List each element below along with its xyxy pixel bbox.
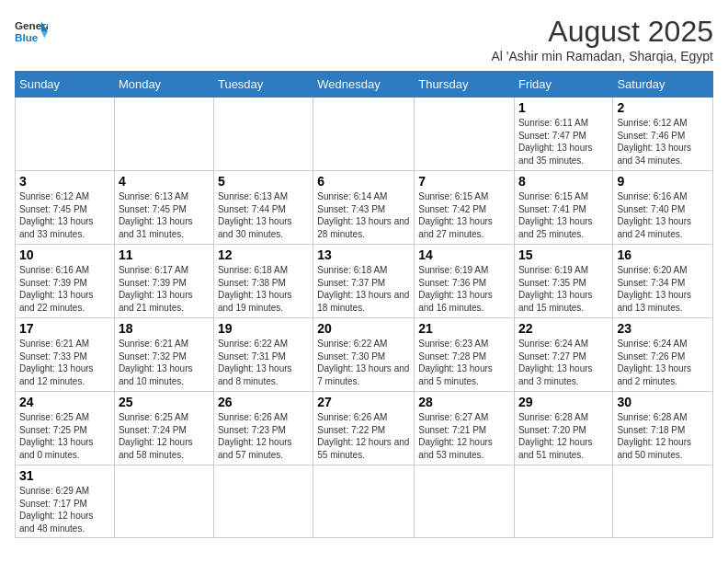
day-number: 27 [317, 395, 410, 409]
day-number: 12 [218, 247, 309, 262]
day-number: 13 [317, 247, 410, 262]
week-row-3: 17Sunrise: 6:21 AMSunset: 7:33 PMDayligh… [16, 318, 713, 392]
day-info: Sunrise: 6:28 AMSunset: 7:18 PMDaylight:… [617, 411, 709, 461]
day-info: Sunrise: 6:15 AMSunset: 7:41 PMDaylight:… [518, 190, 609, 240]
day-info: Sunrise: 6:18 AMSunset: 7:38 PMDaylight:… [218, 264, 309, 314]
day-number: 5 [218, 174, 309, 189]
day-number: 20 [317, 321, 410, 336]
day-number: 1 [518, 100, 609, 115]
day-cell [514, 465, 612, 538]
day-info: Sunrise: 6:12 AMSunset: 7:46 PMDaylight:… [617, 117, 709, 167]
day-cell: 18Sunrise: 6:21 AMSunset: 7:32 PMDayligh… [114, 318, 213, 392]
day-number: 26 [218, 395, 309, 409]
day-number: 25 [119, 395, 210, 409]
day-number: 31 [19, 468, 110, 483]
day-cell: 20Sunrise: 6:22 AMSunset: 7:30 PMDayligh… [313, 318, 415, 392]
day-info: Sunrise: 6:17 AMSunset: 7:39 PMDaylight:… [119, 264, 210, 314]
day-info: Sunrise: 6:14 AMSunset: 7:43 PMDaylight:… [317, 190, 410, 240]
day-cell [313, 465, 415, 538]
day-info: Sunrise: 6:11 AMSunset: 7:47 PMDaylight:… [518, 117, 609, 167]
day-cell: 29Sunrise: 6:28 AMSunset: 7:20 PMDayligh… [514, 392, 612, 465]
day-cell: 14Sunrise: 6:19 AMSunset: 7:36 PMDayligh… [415, 245, 515, 318]
week-row-4: 24Sunrise: 6:25 AMSunset: 7:25 PMDayligh… [16, 392, 713, 465]
day-cell: 22Sunrise: 6:24 AMSunset: 7:27 PMDayligh… [514, 318, 612, 392]
day-info: Sunrise: 6:19 AMSunset: 7:36 PMDaylight:… [418, 264, 510, 314]
day-info: Sunrise: 6:26 AMSunset: 7:23 PMDaylight:… [218, 411, 309, 461]
day-info: Sunrise: 6:22 AMSunset: 7:30 PMDaylight:… [317, 338, 410, 387]
day-cell [213, 98, 313, 171]
day-info: Sunrise: 6:16 AMSunset: 7:40 PMDaylight:… [617, 190, 709, 240]
day-number: 24 [19, 395, 110, 409]
day-number: 3 [19, 174, 110, 189]
day-info: Sunrise: 6:21 AMSunset: 7:33 PMDaylight:… [19, 338, 110, 387]
day-cell [313, 98, 415, 171]
calendar-subtitle: Al 'Ashir min Ramadan, Sharqia, Egypt [491, 49, 713, 63]
day-number: 22 [518, 321, 609, 336]
day-number: 4 [119, 174, 210, 189]
weekday-header-saturday: Saturday [613, 72, 713, 98]
day-cell: 16Sunrise: 6:20 AMSunset: 7:34 PMDayligh… [613, 245, 713, 318]
day-number: 14 [418, 247, 510, 262]
day-number: 23 [617, 321, 709, 336]
weekday-header-friday: Friday [514, 72, 612, 98]
logo: General Blue [15, 15, 48, 48]
svg-marker-3 [41, 31, 48, 38]
day-info: Sunrise: 6:26 AMSunset: 7:22 PMDaylight:… [317, 411, 410, 461]
day-number: 29 [518, 395, 609, 409]
week-row-5: 31Sunrise: 6:29 AMSunset: 7:17 PMDayligh… [16, 465, 713, 538]
calendar-table: SundayMondayTuesdayWednesdayThursdayFrid… [15, 71, 713, 538]
day-info: Sunrise: 6:24 AMSunset: 7:27 PMDaylight:… [518, 338, 609, 387]
day-info: Sunrise: 6:13 AMSunset: 7:44 PMDaylight:… [218, 190, 309, 240]
weekday-header-wednesday: Wednesday [313, 72, 415, 98]
day-info: Sunrise: 6:25 AMSunset: 7:24 PMDaylight:… [119, 411, 210, 461]
calendar-title: August 2025 [491, 15, 713, 49]
day-number: 2 [617, 100, 709, 115]
day-cell: 5Sunrise: 6:13 AMSunset: 7:44 PMDaylight… [213, 171, 313, 245]
day-cell: 26Sunrise: 6:26 AMSunset: 7:23 PMDayligh… [213, 392, 313, 465]
day-info: Sunrise: 6:22 AMSunset: 7:31 PMDaylight:… [218, 338, 309, 387]
week-row-2: 10Sunrise: 6:16 AMSunset: 7:39 PMDayligh… [16, 245, 713, 318]
weekday-header-thursday: Thursday [415, 72, 515, 98]
day-cell: 10Sunrise: 6:16 AMSunset: 7:39 PMDayligh… [16, 245, 115, 318]
page-header: General Blue August 2025 Al 'Ashir min R… [15, 15, 713, 63]
title-area: August 2025 Al 'Ashir min Ramadan, Sharq… [491, 15, 713, 63]
svg-text:Blue: Blue [15, 31, 39, 43]
day-info: Sunrise: 6:16 AMSunset: 7:39 PMDaylight:… [19, 264, 110, 314]
day-cell: 19Sunrise: 6:22 AMSunset: 7:31 PMDayligh… [213, 318, 313, 392]
day-cell: 1Sunrise: 6:11 AMSunset: 7:47 PMDaylight… [514, 98, 612, 171]
day-number: 6 [317, 174, 410, 189]
day-cell [16, 98, 115, 171]
day-cell: 27Sunrise: 6:26 AMSunset: 7:22 PMDayligh… [313, 392, 415, 465]
day-number: 8 [518, 174, 609, 189]
day-info: Sunrise: 6:20 AMSunset: 7:34 PMDaylight:… [617, 264, 709, 314]
day-number: 16 [617, 247, 709, 262]
day-cell [213, 465, 313, 538]
day-cell: 15Sunrise: 6:19 AMSunset: 7:35 PMDayligh… [514, 245, 612, 318]
day-number: 11 [119, 247, 210, 262]
day-cell: 23Sunrise: 6:24 AMSunset: 7:26 PMDayligh… [613, 318, 713, 392]
day-cell: 31Sunrise: 6:29 AMSunset: 7:17 PMDayligh… [16, 465, 115, 538]
day-cell: 21Sunrise: 6:23 AMSunset: 7:28 PMDayligh… [415, 318, 515, 392]
day-info: Sunrise: 6:19 AMSunset: 7:35 PMDaylight:… [518, 264, 609, 314]
day-cell: 3Sunrise: 6:12 AMSunset: 7:45 PMDaylight… [16, 171, 115, 245]
day-cell [114, 465, 213, 538]
day-info: Sunrise: 6:27 AMSunset: 7:21 PMDaylight:… [418, 411, 510, 461]
day-info: Sunrise: 6:23 AMSunset: 7:28 PMDaylight:… [418, 338, 510, 387]
day-number: 9 [617, 174, 709, 189]
day-cell: 8Sunrise: 6:15 AMSunset: 7:41 PMDaylight… [514, 171, 612, 245]
day-cell: 2Sunrise: 6:12 AMSunset: 7:46 PMDaylight… [613, 98, 713, 171]
day-number: 17 [19, 321, 110, 336]
day-cell: 11Sunrise: 6:17 AMSunset: 7:39 PMDayligh… [114, 245, 213, 318]
day-info: Sunrise: 6:21 AMSunset: 7:32 PMDaylight:… [119, 338, 210, 387]
day-info: Sunrise: 6:13 AMSunset: 7:45 PMDaylight:… [119, 190, 210, 240]
weekday-header-tuesday: Tuesday [213, 72, 313, 98]
day-number: 10 [19, 247, 110, 262]
weekday-header-sunday: Sunday [16, 72, 115, 98]
day-info: Sunrise: 6:28 AMSunset: 7:20 PMDaylight:… [518, 411, 609, 461]
day-cell: 13Sunrise: 6:18 AMSunset: 7:37 PMDayligh… [313, 245, 415, 318]
weekday-header-monday: Monday [114, 72, 213, 98]
day-info: Sunrise: 6:24 AMSunset: 7:26 PMDaylight:… [617, 338, 709, 387]
day-cell: 24Sunrise: 6:25 AMSunset: 7:25 PMDayligh… [16, 392, 115, 465]
week-row-1: 3Sunrise: 6:12 AMSunset: 7:45 PMDaylight… [16, 171, 713, 245]
day-number: 7 [418, 174, 510, 189]
